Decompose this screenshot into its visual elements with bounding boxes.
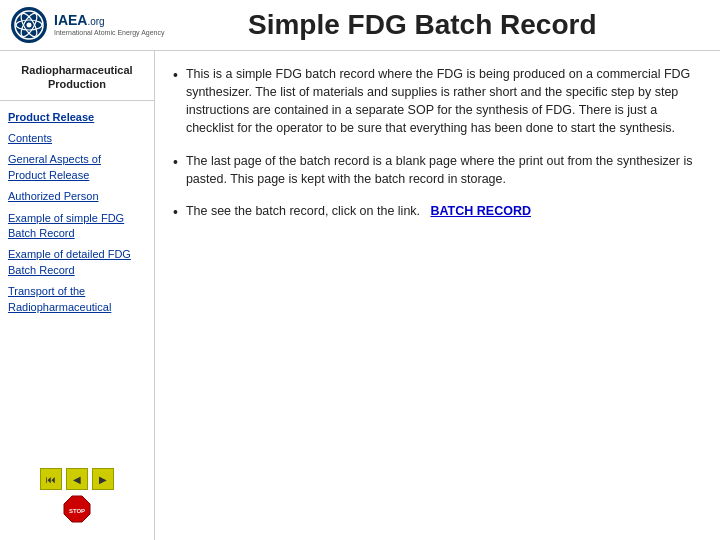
bullet-text-3-prefix: The see the batch record, click on the l… (186, 204, 420, 218)
nav-prev-button[interactable]: ◀ (66, 468, 88, 490)
page-title: Simple FDG Batch Record (165, 9, 710, 41)
bullet-item-1: • This is a simple FDG batch record wher… (173, 65, 702, 138)
svg-point-5 (27, 23, 32, 28)
bullet-text-2: The last page of the batch record is a b… (186, 152, 702, 188)
nav-buttons: ⏮ ◀ ▶ (40, 468, 114, 490)
logo-area: IAEA.org International Atomic Energy Age… (10, 6, 165, 44)
sidebar-item-product-release[interactable]: Product Release (0, 107, 154, 128)
batch-record-link[interactable]: BATCH RECORD (430, 204, 530, 218)
iaea-main-label: IAEA.org (54, 12, 165, 29)
sidebar-item-example-detailed-fdg[interactable]: Example of detailed FDG Batch Record (0, 244, 154, 281)
bullet-dot-3: • (173, 202, 178, 222)
stop-sign-icon[interactable]: STOP (62, 494, 92, 524)
bullet-dot-1: • (173, 65, 178, 85)
bullet-item-3: • The see the batch record, click on the… (173, 202, 702, 222)
nav-first-button[interactable]: ⏮ (40, 468, 62, 490)
bullet-text-3: The see the batch record, click on the l… (186, 202, 531, 220)
sidebar-section-title: Radiopharmaceutical Production (8, 63, 146, 92)
sidebar-item-general-aspects[interactable]: General Aspects of Product Release (0, 149, 154, 186)
iaea-subtitle-label: International Atomic Energy Agency (54, 29, 165, 37)
bullet-text-1: This is a simple FDG batch record where … (186, 65, 702, 138)
iaea-logo (10, 6, 48, 44)
bullet-dot-2: • (173, 152, 178, 172)
sidebar-item-authorized-person[interactable]: Authorized Person (0, 186, 154, 207)
sidebar: Radiopharmaceutical Production Product R… (0, 51, 155, 540)
sidebar-item-contents[interactable]: Contents (0, 128, 154, 149)
main-layout: Radiopharmaceutical Production Product R… (0, 51, 720, 540)
content-bullet-list: • This is a simple FDG batch record wher… (173, 65, 702, 222)
content-area: • This is a simple FDG batch record wher… (155, 51, 720, 540)
sidebar-bottom: ⏮ ◀ ▶ STOP (0, 460, 154, 532)
logo-text: IAEA.org International Atomic Energy Age… (54, 12, 165, 37)
bullet-item-2: • The last page of the batch record is a… (173, 152, 702, 188)
sidebar-item-transport[interactable]: Transport of the Radiopharmaceutical (0, 281, 154, 318)
sidebar-item-example-simple-fdg[interactable]: Example of simple FDG Batch Record (0, 208, 154, 245)
sidebar-top-section: Radiopharmaceutical Production (0, 59, 154, 101)
header: IAEA.org International Atomic Energy Age… (0, 0, 720, 51)
svg-text:STOP: STOP (69, 508, 85, 514)
nav-next-button[interactable]: ▶ (92, 468, 114, 490)
